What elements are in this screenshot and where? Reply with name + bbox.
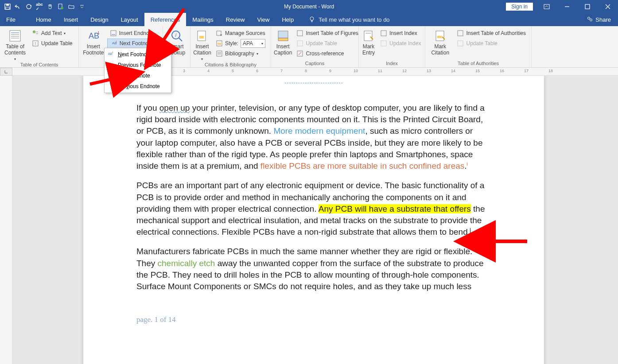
citation-style-select[interactable]: Style: APA▾ [213, 39, 268, 48]
tab-home[interactable]: Home [30, 13, 58, 26]
insert-footnote-button[interactable]: AB1 Insert Footnote [82, 27, 105, 56]
spellcheck-wavy[interactable]: open up [159, 103, 190, 112]
toc-button[interactable]: Table of Contents ▾ [3, 27, 27, 61]
window-title: My Document - Word [284, 4, 334, 10]
document-body[interactable]: If you open up your printer, television,… [136, 102, 491, 325]
manage-sources-button[interactable]: Manage Sources [213, 28, 268, 38]
update-icon [457, 40, 464, 47]
share-icon [587, 16, 593, 23]
highlighted-text[interactable]: Any PCB will have a substrate that offer… [319, 204, 471, 213]
svg-rect-17 [10, 31, 20, 41]
tab-file[interactable]: File [0, 13, 22, 26]
insert-citation-button[interactable]: Insert Citation ▾ [193, 27, 211, 61]
svg-point-15 [588, 17, 590, 19]
insert-tof-button[interactable]: Insert Table of Figures [294, 28, 361, 38]
horizontal-ruler[interactable]: 123456789101112131415161718 [12, 68, 618, 76]
new-doc-icon[interactable] [56, 2, 66, 12]
document-area[interactable]: If you open up your printer, television,… [12, 76, 618, 364]
share-button[interactable]: Share [579, 13, 618, 26]
svg-rect-60 [458, 31, 463, 36]
style-dropdown[interactable]: APA▾ [241, 39, 265, 48]
save-icon[interactable] [3, 2, 12, 12]
smart-lookup-icon: i [170, 29, 184, 43]
tab-insert[interactable]: Insert [58, 13, 85, 26]
svg-rect-52 [364, 31, 372, 41]
vertical-ruler[interactable] [0, 76, 12, 364]
paragraph-2[interactable]: PCBs are an important part of any electr… [136, 180, 491, 238]
maximize-icon[interactable] [577, 0, 598, 13]
insert-endnote-button[interactable]: Insert Endnote [107, 28, 160, 38]
tell-me-search[interactable]: Tell me what you want to do [309, 13, 389, 26]
svg-rect-7 [544, 4, 549, 9]
svg-text:1: 1 [116, 40, 117, 43]
update-index-button: Update Index [377, 39, 424, 48]
folder-icon[interactable] [66, 2, 76, 12]
cross-reference-button[interactable]: Cross-reference [294, 49, 361, 58]
tab-help[interactable]: Help [276, 13, 300, 26]
next-footnote-icon: AB1 [110, 40, 117, 47]
insert-index-button[interactable]: Insert Index [377, 28, 424, 38]
tab-references[interactable]: References [144, 13, 186, 26]
endnote-ref[interactable]: i [467, 161, 468, 167]
signin-button[interactable]: Sign in [506, 3, 533, 11]
close-icon[interactable] [598, 0, 618, 13]
tab-mailings[interactable]: Mailings [186, 13, 220, 26]
share-label: Share [595, 16, 611, 23]
ribbon-options-icon[interactable] [536, 0, 557, 13]
insert-toa-button[interactable]: Insert Table of Authorities [454, 28, 529, 38]
svg-rect-44 [217, 51, 222, 56]
svg-point-16 [590, 19, 592, 21]
svg-rect-43 [218, 43, 221, 45]
mark-citation-icon [433, 29, 447, 43]
paragraph-1[interactable]: If you open up your printer, television,… [136, 102, 491, 172]
paragraph-3[interactable]: Manufacturers fabricate PCBs in much the… [136, 246, 491, 292]
citation-icon [195, 29, 209, 43]
dd-previous-endnote[interactable]: Previous Endnote [105, 81, 171, 92]
tab-review[interactable]: Review [220, 13, 251, 26]
svg-rect-47 [278, 31, 288, 38]
tab-view[interactable]: View [251, 13, 276, 26]
insert-caption-button[interactable]: Insert Caption [274, 27, 292, 56]
mark-citation-button[interactable]: Mark Citation [428, 27, 452, 56]
bibliography-button[interactable]: Bibliography ▾ [213, 49, 268, 58]
captions-group-label: Captions [274, 60, 356, 67]
hand-icon[interactable] [45, 2, 55, 12]
svg-text:!: ! [35, 41, 36, 46]
qat-customize-icon[interactable] [77, 2, 87, 12]
svg-rect-2 [6, 7, 9, 9]
svg-rect-58 [437, 36, 442, 38]
next-footnote-button[interactable]: AB1Next Footnote ▾ [107, 39, 160, 48]
update-icon [296, 40, 303, 47]
dd-previous-footnote[interactable]: Previous Footnote [105, 60, 171, 70]
dd-next-footnote[interactable]: AB1 Next Footnote [105, 49, 171, 60]
tab-layout[interactable]: Layout [115, 13, 144, 26]
footnote-icon: AB1 [86, 29, 101, 43]
toa-group-label: Table of Authorities [428, 60, 529, 67]
hyperlink-1[interactable]: More modern equipment [273, 126, 365, 136]
lightbulb-icon [309, 16, 315, 23]
svg-rect-48 [278, 38, 288, 41]
hyperlink-3[interactable]: chemically etch [158, 259, 215, 268]
undo-icon[interactable] [13, 2, 23, 12]
svg-point-41 [220, 34, 222, 36]
spellcheck-icon[interactable]: abc✓ [35, 2, 44, 12]
quick-access-toolbar: abc✓ [0, 2, 89, 12]
minimize-icon[interactable] [557, 0, 577, 13]
redo-icon[interactable] [24, 2, 34, 12]
svg-rect-50 [297, 41, 303, 46]
section-break-marker [285, 83, 342, 83]
page: If you open up your printer, television,… [83, 76, 544, 364]
page-number-footer: page. 1 of 14 [136, 314, 491, 325]
bibliography-icon [216, 50, 223, 57]
dd-next-endnote[interactable]: Next Endnote [105, 70, 171, 81]
mark-entry-button[interactable]: Mark Entry [361, 27, 376, 56]
toc-icon [8, 29, 22, 43]
update-toc-button[interactable]: !Update Table [29, 39, 75, 48]
tab-design[interactable]: Design [84, 13, 114, 26]
manage-sources-icon [216, 30, 223, 37]
update-icon [380, 40, 387, 47]
chevron-down-icon: ▾ [201, 57, 203, 61]
add-text-button[interactable]: +Add Text ▾ [29, 28, 75, 38]
hyperlink-2[interactable]: flexible PCBs are more suitable in such … [260, 161, 464, 170]
tab-selector[interactable] [0, 68, 12, 76]
